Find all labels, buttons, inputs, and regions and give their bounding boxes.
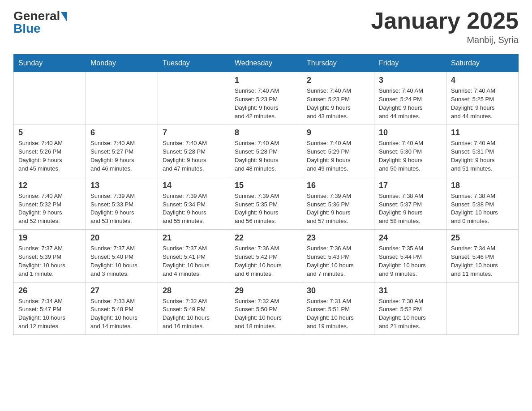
day-number: 31 [379, 286, 442, 295]
day-cell-3: 3Sunrise: 7:40 AM Sunset: 5:24 PM Daylig… [374, 72, 446, 124]
day-number: 10 [379, 128, 442, 137]
day-cell-5: 5Sunrise: 7:40 AM Sunset: 5:26 PM Daylig… [14, 124, 86, 177]
week-row-5: 26Sunrise: 7:34 AM Sunset: 5:47 PM Dayli… [14, 282, 519, 334]
empty-cell [158, 72, 230, 124]
day-cell-15: 15Sunrise: 7:39 AM Sunset: 5:35 PM Dayli… [230, 177, 302, 229]
day-info: Sunrise: 7:37 AM Sunset: 5:41 PM Dayligh… [163, 244, 225, 278]
day-info: Sunrise: 7:36 AM Sunset: 5:42 PM Dayligh… [235, 244, 297, 278]
col-header-thursday: Thursday [302, 55, 374, 72]
day-cell-14: 14Sunrise: 7:39 AM Sunset: 5:34 PM Dayli… [158, 177, 230, 229]
day-cell-19: 19Sunrise: 7:37 AM Sunset: 5:39 PM Dayli… [14, 230, 86, 282]
day-info: Sunrise: 7:39 AM Sunset: 5:36 PM Dayligh… [307, 192, 369, 226]
day-number: 14 [163, 181, 225, 190]
day-cell-20: 20Sunrise: 7:37 AM Sunset: 5:40 PM Dayli… [86, 230, 158, 282]
day-info: Sunrise: 7:34 AM Sunset: 5:46 PM Dayligh… [451, 244, 514, 278]
day-cell-11: 11Sunrise: 7:40 AM Sunset: 5:31 PM Dayli… [446, 124, 519, 177]
day-number: 3 [379, 76, 442, 85]
week-row-3: 12Sunrise: 7:40 AM Sunset: 5:32 PM Dayli… [14, 177, 519, 229]
col-header-friday: Friday [374, 55, 446, 72]
col-header-wednesday: Wednesday [230, 55, 302, 72]
day-cell-22: 22Sunrise: 7:36 AM Sunset: 5:42 PM Dayli… [230, 230, 302, 282]
day-info: Sunrise: 7:37 AM Sunset: 5:39 PM Dayligh… [18, 244, 81, 278]
day-info: Sunrise: 7:40 AM Sunset: 5:28 PM Dayligh… [235, 139, 297, 173]
empty-cell [446, 282, 519, 334]
logo: General Blue [13, 9, 67, 36]
day-info: Sunrise: 7:40 AM Sunset: 5:32 PM Dayligh… [18, 192, 81, 226]
calendar-table: SundayMondayTuesdayWednesdayThursdayFrid… [13, 54, 519, 335]
day-info: Sunrise: 7:36 AM Sunset: 5:43 PM Dayligh… [307, 244, 369, 278]
day-cell-31: 31Sunrise: 7:30 AM Sunset: 5:52 PM Dayli… [374, 282, 446, 334]
day-number: 26 [18, 286, 81, 295]
day-cell-25: 25Sunrise: 7:34 AM Sunset: 5:46 PM Dayli… [446, 230, 519, 282]
day-cell-10: 10Sunrise: 7:40 AM Sunset: 5:30 PM Dayli… [374, 124, 446, 177]
day-info: Sunrise: 7:32 AM Sunset: 5:50 PM Dayligh… [235, 297, 297, 331]
day-number: 12 [18, 181, 81, 190]
day-info: Sunrise: 7:35 AM Sunset: 5:44 PM Dayligh… [379, 244, 442, 278]
day-number: 4 [451, 76, 514, 85]
col-header-monday: Monday [86, 55, 158, 72]
day-number: 19 [18, 233, 81, 243]
day-info: Sunrise: 7:39 AM Sunset: 5:34 PM Dayligh… [163, 192, 225, 226]
month-title: January 2025 [371, 9, 519, 32]
day-info: Sunrise: 7:40 AM Sunset: 5:30 PM Dayligh… [379, 139, 442, 173]
day-number: 11 [451, 128, 514, 137]
logo-blue-text: Blue [13, 21, 41, 36]
day-number: 15 [235, 181, 297, 190]
day-number: 22 [235, 233, 297, 243]
day-info: Sunrise: 7:39 AM Sunset: 5:35 PM Dayligh… [235, 192, 297, 226]
day-cell-29: 29Sunrise: 7:32 AM Sunset: 5:50 PM Dayli… [230, 282, 302, 334]
day-info: Sunrise: 7:40 AM Sunset: 5:23 PM Dayligh… [307, 87, 369, 120]
day-cell-1: 1Sunrise: 7:40 AM Sunset: 5:23 PM Daylig… [230, 72, 302, 124]
day-cell-16: 16Sunrise: 7:39 AM Sunset: 5:36 PM Dayli… [302, 177, 374, 229]
day-cell-17: 17Sunrise: 7:38 AM Sunset: 5:37 PM Dayli… [374, 177, 446, 229]
day-info: Sunrise: 7:40 AM Sunset: 5:29 PM Dayligh… [307, 139, 369, 173]
title-area: January 2025 Manbij, Syria [371, 9, 519, 45]
day-cell-21: 21Sunrise: 7:37 AM Sunset: 5:41 PM Dayli… [158, 230, 230, 282]
location: Manbij, Syria [371, 35, 519, 45]
day-number: 7 [163, 128, 225, 137]
col-header-sunday: Sunday [14, 55, 86, 72]
day-info: Sunrise: 7:40 AM Sunset: 5:28 PM Dayligh… [163, 139, 225, 173]
week-row-1: 1Sunrise: 7:40 AM Sunset: 5:23 PM Daylig… [14, 72, 519, 124]
day-number: 24 [379, 233, 442, 243]
day-number: 16 [307, 181, 369, 190]
day-number: 5 [18, 128, 81, 137]
day-info: Sunrise: 7:40 AM Sunset: 5:25 PM Dayligh… [451, 87, 514, 120]
day-cell-12: 12Sunrise: 7:40 AM Sunset: 5:32 PM Dayli… [14, 177, 86, 229]
day-info: Sunrise: 7:40 AM Sunset: 5:23 PM Dayligh… [235, 87, 297, 120]
day-info: Sunrise: 7:40 AM Sunset: 5:24 PM Dayligh… [379, 87, 442, 120]
day-number: 17 [379, 181, 442, 190]
day-number: 25 [451, 233, 514, 243]
day-info: Sunrise: 7:38 AM Sunset: 5:38 PM Dayligh… [451, 192, 514, 226]
day-number: 6 [90, 128, 153, 137]
logo-triangle-icon [61, 12, 67, 22]
day-number: 23 [307, 233, 369, 243]
day-cell-30: 30Sunrise: 7:31 AM Sunset: 5:51 PM Dayli… [302, 282, 374, 334]
day-number: 21 [163, 233, 225, 243]
day-info: Sunrise: 7:32 AM Sunset: 5:49 PM Dayligh… [163, 297, 225, 331]
day-number: 2 [307, 76, 369, 85]
day-number: 28 [163, 286, 225, 295]
day-cell-7: 7Sunrise: 7:40 AM Sunset: 5:28 PM Daylig… [158, 124, 230, 177]
day-cell-28: 28Sunrise: 7:32 AM Sunset: 5:49 PM Dayli… [158, 282, 230, 334]
day-number: 18 [451, 181, 514, 190]
empty-cell [14, 72, 86, 124]
day-info: Sunrise: 7:34 AM Sunset: 5:47 PM Dayligh… [18, 297, 81, 331]
week-row-4: 19Sunrise: 7:37 AM Sunset: 5:39 PM Dayli… [14, 230, 519, 282]
calendar-header-row: SundayMondayTuesdayWednesdayThursdayFrid… [14, 55, 519, 72]
empty-cell [86, 72, 158, 124]
day-info: Sunrise: 7:40 AM Sunset: 5:26 PM Dayligh… [18, 139, 81, 173]
day-number: 13 [90, 181, 153, 190]
week-row-2: 5Sunrise: 7:40 AM Sunset: 5:26 PM Daylig… [14, 124, 519, 177]
day-info: Sunrise: 7:31 AM Sunset: 5:51 PM Dayligh… [307, 297, 369, 331]
day-number: 27 [90, 286, 153, 295]
day-cell-8: 8Sunrise: 7:40 AM Sunset: 5:28 PM Daylig… [230, 124, 302, 177]
day-cell-24: 24Sunrise: 7:35 AM Sunset: 5:44 PM Dayli… [374, 230, 446, 282]
day-number: 30 [307, 286, 369, 295]
col-header-tuesday: Tuesday [158, 55, 230, 72]
day-cell-2: 2Sunrise: 7:40 AM Sunset: 5:23 PM Daylig… [302, 72, 374, 124]
day-info: Sunrise: 7:39 AM Sunset: 5:33 PM Dayligh… [90, 192, 153, 226]
col-header-saturday: Saturday [446, 55, 519, 72]
day-cell-6: 6Sunrise: 7:40 AM Sunset: 5:27 PM Daylig… [86, 124, 158, 177]
day-number: 9 [307, 128, 369, 137]
